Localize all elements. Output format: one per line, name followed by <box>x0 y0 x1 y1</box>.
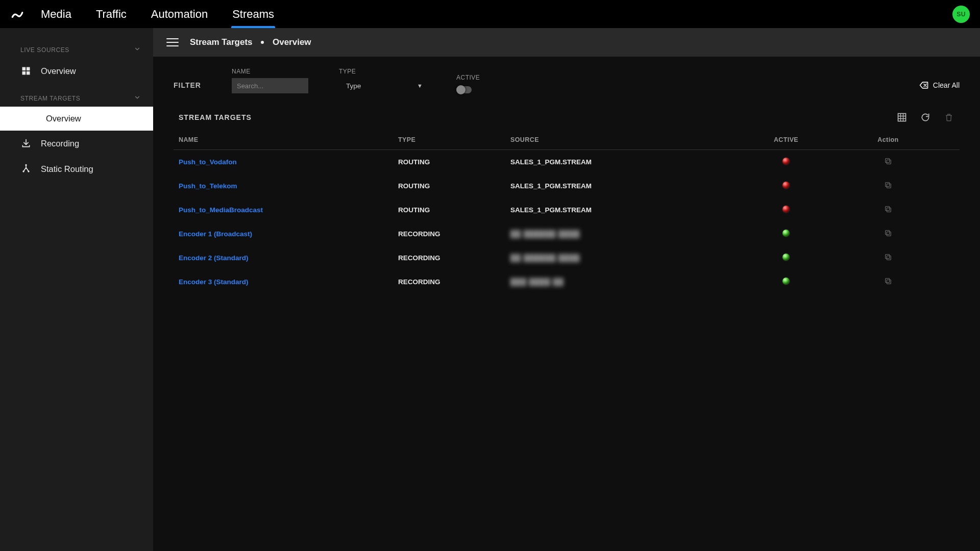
table-row: Encoder 2 (Standard)RECORDING██ ██████ █… <box>174 246 960 270</box>
stream-target-link[interactable]: Encoder 2 (Standard) <box>179 254 249 262</box>
top-nav-tabs: MediaTrafficAutomationStreams <box>40 0 275 28</box>
chevron-down-icon <box>134 94 141 103</box>
sidebar: LIVE SOURCESOverviewSTREAM TARGETSOvervi… <box>0 28 153 551</box>
sidebar-item-static-routing[interactable]: Static Routing <box>0 156 153 182</box>
stream-target-link[interactable]: Push_to_Vodafon <box>179 158 237 166</box>
sidebar-section-title: LIVE SOURCES <box>20 46 69 54</box>
table-header-row: NAME TYPE SOURCE ACTIVE Action <box>174 130 960 150</box>
table-row: Encoder 3 (Standard)RECORDING███ ████ ██ <box>174 270 960 294</box>
status-dot-icon <box>782 182 790 189</box>
breadcrumb-separator-icon <box>261 41 264 44</box>
sidebar-item-overview[interactable]: Overview <box>0 107 153 131</box>
svg-rect-16 <box>887 256 891 260</box>
col-header-active[interactable]: ACTIVE <box>755 130 817 150</box>
search-input[interactable] <box>232 78 308 93</box>
cell-active <box>755 150 817 174</box>
svg-rect-9 <box>886 159 890 163</box>
cell-type: ROUTING <box>393 198 505 222</box>
tab-automation[interactable]: Automation <box>150 0 209 28</box>
sidebar-item-overview[interactable]: Overview <box>0 58 153 84</box>
filter-heading: FILTER <box>174 81 201 89</box>
chevron-down-icon: ▼ <box>417 83 423 89</box>
cell-action <box>817 270 960 294</box>
panel-title: STREAM TARGETS <box>179 113 252 121</box>
breadcrumb: Stream Targets Overview <box>190 37 311 47</box>
stream-targets-table: NAME TYPE SOURCE ACTIVE Action Push_to_V… <box>174 130 960 294</box>
tab-traffic[interactable]: Traffic <box>95 0 128 28</box>
chevron-down-icon <box>134 45 141 54</box>
top-nav: MediaTrafficAutomationStreams SU <box>0 0 980 28</box>
col-header-type[interactable]: TYPE <box>393 130 505 150</box>
cell-source: SALES_1_PGM.STREAM <box>505 198 755 222</box>
cell-type: ROUTING <box>393 150 505 174</box>
sidebar-item-recording[interactable]: Recording <box>0 131 153 156</box>
stream-target-link[interactable]: Push_to_Telekom <box>179 182 237 190</box>
cell-active <box>755 246 817 270</box>
svg-rect-8 <box>887 160 891 164</box>
copy-icon[interactable] <box>884 277 892 285</box>
svg-rect-19 <box>886 279 890 283</box>
sidebar-section-stream-targets[interactable]: STREAM TARGETS <box>0 84 153 107</box>
panel-actions <box>896 112 954 123</box>
svg-rect-13 <box>886 207 890 211</box>
avatar[interactable]: SU <box>952 6 970 23</box>
toggle-knob-icon <box>456 85 465 94</box>
cell-active <box>755 222 817 246</box>
cell-type: RECORDING <box>393 246 505 270</box>
status-dot-icon <box>782 278 790 285</box>
breadcrumb-page: Overview <box>273 37 311 47</box>
col-header-source[interactable]: SOURCE <box>505 130 755 150</box>
active-toggle[interactable] <box>456 86 472 93</box>
sidebar-section-title: STREAM TARGETS <box>20 95 80 102</box>
stream-target-link[interactable]: Push_to_MediaBroadcast <box>179 206 263 214</box>
refresh-icon[interactable] <box>920 112 931 123</box>
cell-type: ROUTING <box>393 174 505 198</box>
stream-target-link[interactable]: Encoder 1 (Broadcast) <box>179 230 252 238</box>
cell-type: RECORDING <box>393 222 505 246</box>
status-dot-icon <box>782 254 790 261</box>
sidebar-section-live-sources[interactable]: LIVE SOURCES <box>0 35 153 58</box>
tab-streams[interactable]: Streams <box>231 0 275 28</box>
download-icon <box>20 138 32 149</box>
svg-rect-10 <box>887 184 891 188</box>
copy-icon[interactable] <box>884 205 892 213</box>
col-header-name[interactable]: NAME <box>174 130 393 150</box>
clear-icon <box>919 80 929 90</box>
svg-rect-3 <box>27 71 30 75</box>
status-dot-icon <box>782 206 790 213</box>
menu-icon[interactable] <box>166 36 179 48</box>
cell-action <box>817 174 960 198</box>
copy-icon[interactable] <box>884 229 892 237</box>
cell-source: SALES_1_PGM.STREAM <box>505 150 755 174</box>
dashboard-icon <box>20 65 32 77</box>
app-logo <box>10 7 24 21</box>
copy-icon[interactable] <box>884 157 892 165</box>
filter-active: ACTIVE <box>456 74 480 93</box>
sidebar-item-label: Overview <box>41 66 76 76</box>
filter-active-label: ACTIVE <box>456 74 480 81</box>
cell-action <box>817 150 960 174</box>
cell-source: ██ ██████ ████ <box>505 246 755 270</box>
tab-media[interactable]: Media <box>40 0 72 28</box>
cell-active <box>755 198 817 222</box>
grid-view-icon[interactable] <box>896 112 908 123</box>
filter-name: NAME <box>232 68 308 93</box>
cell-action <box>817 246 960 270</box>
stream-targets-panel: STREAM TARGETS <box>174 105 960 294</box>
stream-target-link[interactable]: Encoder 3 (Standard) <box>179 278 249 286</box>
copy-icon[interactable] <box>884 181 892 189</box>
cell-source: ██ ██████ ████ <box>505 222 755 246</box>
clear-all-button[interactable]: Clear All <box>919 80 960 90</box>
sidebar-item-label: Static Routing <box>41 164 93 174</box>
table-row: Push_to_VodafonROUTINGSALES_1_PGM.STREAM <box>174 150 960 174</box>
svg-rect-0 <box>22 67 26 71</box>
avatar-initials: SU <box>957 11 966 18</box>
svg-point-6 <box>28 170 29 172</box>
cell-active <box>755 174 817 198</box>
table-row: Encoder 1 (Broadcast)RECORDING██ ██████ … <box>174 222 960 246</box>
cell-source: ███ ████ ██ <box>505 270 755 294</box>
type-select[interactable]: Type ▼ <box>339 78 426 93</box>
delete-icon[interactable] <box>943 112 954 123</box>
sidebar-item-label: Overview <box>46 114 81 123</box>
copy-icon[interactable] <box>884 253 892 261</box>
